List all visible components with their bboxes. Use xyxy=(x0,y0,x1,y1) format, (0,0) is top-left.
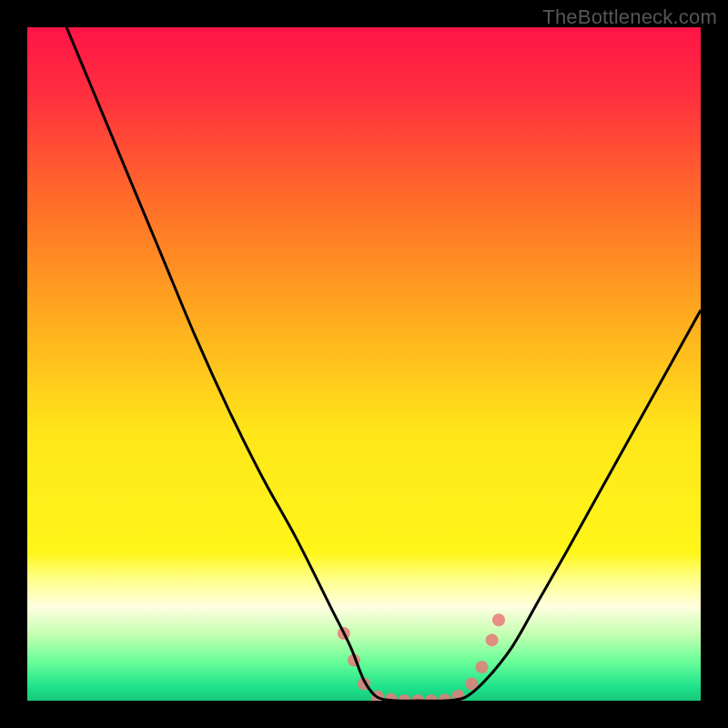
chart-svg xyxy=(27,27,701,701)
svg-point-11 xyxy=(476,661,489,673)
chart-frame: TheBottleneck.com xyxy=(0,0,728,728)
svg-point-12 xyxy=(486,633,499,646)
background-gradient xyxy=(27,27,701,701)
watermark-text: TheBottleneck.com xyxy=(542,5,717,29)
svg-point-13 xyxy=(492,613,505,626)
plot-area xyxy=(27,27,701,701)
